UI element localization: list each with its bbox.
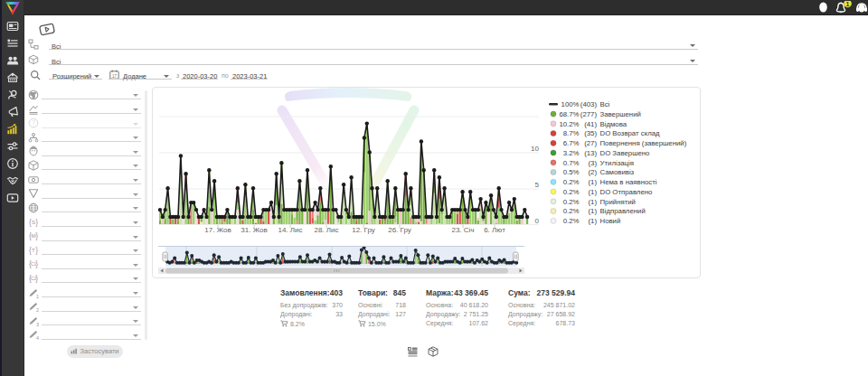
svg-text:(27): (27) <box>584 139 597 147</box>
svg-text:8.7%: 8.7% <box>563 129 580 137</box>
svg-text:Прийнятий: Прийнятий <box>600 198 636 206</box>
svg-text:0.2%: 0.2% <box>563 207 580 215</box>
svg-text:68.7%: 68.7% <box>559 110 579 118</box>
svg-text:10: 10 <box>531 145 539 153</box>
svg-text:0.2%: 0.2% <box>563 198 580 206</box>
svg-text:DO Возврат склад: DO Возврат склад <box>600 129 661 137</box>
svg-text:Відправлений: Відправлений <box>600 207 646 215</box>
svg-text:0.2%: 0.2% <box>563 188 580 196</box>
svg-text:Нема в наявності: Нема в наявності <box>600 178 657 186</box>
svg-text:(1): (1) <box>588 207 597 215</box>
svg-text:31. Жов: 31. Жов <box>241 226 267 234</box>
svg-text:0.7%: 0.7% <box>563 159 580 167</box>
svg-text:(13): (13) <box>584 149 597 157</box>
svg-text:(41): (41) <box>584 120 597 128</box>
svg-text:(277): (277) <box>580 110 598 118</box>
svg-text:10.2%: 10.2% <box>559 120 579 128</box>
svg-text:Повернення (завершений): Повернення (завершений) <box>600 139 687 147</box>
svg-text:Завершений: Завершений <box>600 110 641 118</box>
svg-text:(1): (1) <box>588 217 597 225</box>
svg-text:(1): (1) <box>588 198 597 206</box>
svg-text:0.5%: 0.5% <box>563 168 580 176</box>
svg-text:0.2%: 0.2% <box>563 217 580 225</box>
svg-text:23. Січ: 23. Січ <box>451 226 474 234</box>
svg-text:Самовивіз: Самовивіз <box>600 168 635 176</box>
svg-text:DO Завершено: DO Завершено <box>600 149 651 157</box>
svg-text:(1): (1) <box>588 178 597 186</box>
svg-text:26. Гру: 26. Гру <box>388 226 411 234</box>
svg-text:0: 0 <box>535 217 540 225</box>
svg-text:12. Гру: 12. Гру <box>352 226 375 234</box>
svg-text:100%: 100% <box>561 100 580 108</box>
svg-text:6. Лют: 6. Лют <box>484 226 505 234</box>
svg-text:Відмова: Відмова <box>600 120 627 128</box>
svg-text:Новий: Новий <box>600 217 621 225</box>
svg-text:0.2%: 0.2% <box>563 178 580 186</box>
svg-text:5: 5 <box>535 181 540 189</box>
svg-text:28. Лис: 28. Лис <box>314 226 338 234</box>
svg-text:(35): (35) <box>584 129 597 137</box>
svg-text:17. Жов: 17. Жов <box>204 226 231 234</box>
svg-text:3.2%: 3.2% <box>563 149 580 157</box>
svg-text:(3): (3) <box>588 159 597 167</box>
svg-text:Утилізація: Утилізація <box>600 159 635 167</box>
svg-text:14. Лис: 14. Лис <box>278 226 302 234</box>
svg-text:(403): (403) <box>580 100 598 108</box>
svg-text:DO Отправлено: DO Отправлено <box>600 188 654 196</box>
svg-text:(2): (2) <box>588 168 597 176</box>
svg-text:6.7%: 6.7% <box>563 139 580 147</box>
svg-text:(1): (1) <box>588 188 597 196</box>
svg-text:Всі: Всі <box>600 100 610 108</box>
